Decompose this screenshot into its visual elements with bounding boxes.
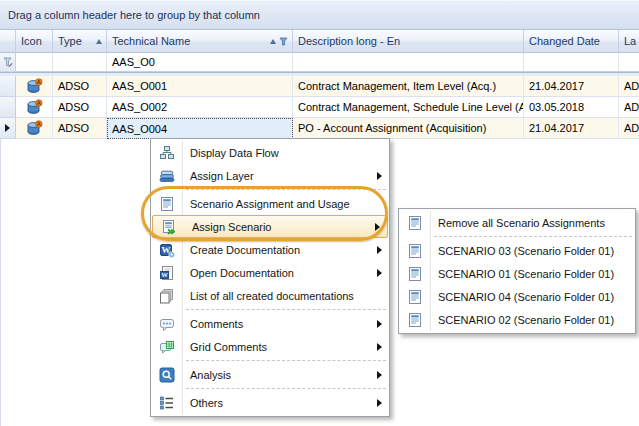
filter-cell-last[interactable] xyxy=(619,53,639,72)
cell-description[interactable]: Contract Management, Item Level (Acq.) xyxy=(293,76,524,97)
menu-item-label: SCENARIO 03 (Scenario Folder 01) xyxy=(438,245,614,257)
cell-text: Contract Management, Schedule Line Level… xyxy=(298,101,524,113)
scenario-document-icon xyxy=(399,312,430,328)
menu-item-label: Analysis xyxy=(190,369,231,381)
submenu-arrow-icon xyxy=(377,320,382,328)
submenu-item-scenario-02[interactable]: SCENARIO 02 (Scenario Folder 01) xyxy=(399,308,635,331)
submenu-arrow-icon xyxy=(377,343,382,351)
menu-item-grid-comments[interactable]: Grid Comments xyxy=(151,335,389,358)
menu-item-create-documentation[interactable]: W Create Documentation xyxy=(151,238,389,261)
filter-cell-changed-date[interactable] xyxy=(524,53,619,72)
menu-item-open-documentation[interactable]: W Open Documentation xyxy=(151,261,389,284)
column-header-description[interactable]: Description long - En xyxy=(293,30,524,53)
menu-item-analysis[interactable]: Analysis xyxy=(151,363,389,386)
column-header-changed-date[interactable]: Changed Date xyxy=(524,30,619,53)
menu-item-assign-layer[interactable]: Assign Layer xyxy=(151,164,389,187)
table-row-focused[interactable]: A ADSO AAS_O004 PO - Account Assignment … xyxy=(0,118,639,139)
cell-technical-name[interactable]: AAS_O002 xyxy=(107,97,293,118)
group-by-panel[interactable]: Drag a column header here to group by th… xyxy=(0,0,639,30)
scenario-document-icon xyxy=(399,289,430,305)
menu-separator xyxy=(434,236,632,237)
filter-cell-technical-name[interactable]: AAS_O0 xyxy=(107,53,293,72)
sort-ascending-icon xyxy=(96,39,102,44)
column-header-row: Icon Type Technical Name Description lon… xyxy=(0,30,639,53)
auto-filter-icon xyxy=(3,57,13,68)
submenu-item-scenario-01[interactable]: SCENARIO 01 (Scenario Folder 01) xyxy=(399,262,635,285)
cell-last[interactable]: AD xyxy=(619,97,639,118)
column-header-label: Icon xyxy=(21,35,42,47)
cell-last[interactable]: AD xyxy=(619,76,639,97)
scenario-document-icon xyxy=(399,215,430,231)
menu-item-label: Remove all Scenario Assignments xyxy=(438,217,605,229)
word-open-icon: W xyxy=(151,265,182,281)
cell-text: ADSO xyxy=(58,80,89,92)
filter-funnel-icon[interactable] xyxy=(279,37,288,46)
cell-last[interactable]: AD xyxy=(619,118,639,139)
cell-text: PO - Account Assignment (Acquisition) xyxy=(298,122,486,134)
cell-type[interactable]: ADSO xyxy=(53,76,107,97)
cell-type[interactable]: ADSO xyxy=(53,118,107,139)
row-icon-cell: A xyxy=(16,118,53,139)
word-create-icon: W xyxy=(151,242,182,258)
menu-item-assign-scenario[interactable]: Assign Scenario xyxy=(152,215,388,238)
menu-item-display-data-flow[interactable]: Display Data Flow xyxy=(151,141,389,164)
comment-icon xyxy=(151,316,182,332)
submenu-arrow-icon xyxy=(375,223,380,231)
menu-item-scenario-assignment-and-usage[interactable]: Scenario Assignment and Usage xyxy=(151,192,389,215)
filter-cell-description[interactable] xyxy=(293,53,524,72)
cell-text: AD xyxy=(624,80,639,92)
cell-text: Contract Management, Item Level (Acq.) xyxy=(298,80,496,92)
table-row[interactable]: A ADSO AAS_O001 Contract Management, Ite… xyxy=(0,76,639,97)
menu-item-label: SCENARIO 02 (Scenario Folder 01) xyxy=(438,314,614,326)
submenu-arrow-icon xyxy=(377,172,382,180)
submenu-item-scenario-04[interactable]: SCENARIO 04 (Scenario Folder 01) xyxy=(399,285,635,308)
filter-cell-icon[interactable] xyxy=(16,53,53,72)
menu-item-label: List of all created documentations xyxy=(190,290,354,302)
column-header-label: Type xyxy=(58,35,82,47)
cell-description[interactable]: PO - Account Assignment (Acquisition) xyxy=(293,118,524,139)
submenu-item-scenario-03[interactable]: SCENARIO 03 (Scenario Folder 01) xyxy=(399,239,635,262)
cell-text: AD xyxy=(624,122,639,134)
submenu-arrow-icon xyxy=(377,399,382,407)
submenu-arrow-icon xyxy=(377,269,382,277)
column-header-label: Technical Name xyxy=(112,35,190,47)
cell-text: AAS_O004 xyxy=(112,123,167,135)
menu-item-comments[interactable]: Comments xyxy=(151,312,389,335)
menu-item-list-of-all-created-documentations[interactable]: List of all created documentations xyxy=(151,284,389,307)
adso-cylinder-icon: A xyxy=(26,78,43,94)
cell-changed-date[interactable]: 03.05.2018 xyxy=(524,97,619,118)
submenu-item-remove-all-scenario-assignments[interactable]: Remove all Scenario Assignments xyxy=(399,211,635,234)
menu-item-others[interactable]: Others xyxy=(151,391,389,414)
menu-item-label: Others xyxy=(190,397,223,409)
row-icon-cell: A xyxy=(16,76,53,97)
cell-type[interactable]: ADSO xyxy=(53,97,107,118)
column-header-technical-name[interactable]: Technical Name xyxy=(107,30,293,53)
cell-technical-name-focused[interactable]: AAS_O004 xyxy=(107,118,293,139)
analysis-icon xyxy=(151,367,182,383)
assign-scenario-icon xyxy=(153,219,184,235)
menu-item-label: Open Documentation xyxy=(190,267,294,279)
menu-item-label: Assign Layer xyxy=(190,170,254,182)
menu-item-label: Assign Scenario xyxy=(192,221,272,233)
cell-text: ADSO xyxy=(58,101,89,113)
column-header-icon[interactable]: Icon xyxy=(16,30,53,53)
filter-cell-type[interactable] xyxy=(53,53,107,72)
column-header-last[interactable]: La xyxy=(619,30,639,53)
menu-item-label: Create Documentation xyxy=(190,244,300,256)
adso-cylinder-icon: A xyxy=(26,99,43,115)
column-header-type[interactable]: Type xyxy=(53,30,107,53)
menu-item-label: Scenario Assignment and Usage xyxy=(190,198,350,210)
assign-scenario-submenu: Remove all Scenario Assignments SCENARIO… xyxy=(398,208,636,334)
cell-technical-name[interactable]: AAS_O001 xyxy=(107,76,293,97)
data-flow-icon xyxy=(151,145,182,161)
scenario-document-icon xyxy=(399,243,430,259)
cell-changed-date[interactable]: 21.04.2017 xyxy=(524,76,619,97)
cell-changed-date[interactable]: 21.04.2017 xyxy=(524,118,619,139)
filter-value: AAS_O0 xyxy=(112,56,155,68)
cell-text: AAS_O001 xyxy=(112,80,167,92)
cell-description[interactable]: Contract Management, Schedule Line Level… xyxy=(293,97,524,118)
scenario-document-icon xyxy=(399,266,430,282)
cell-text: ADSO xyxy=(58,122,89,134)
table-row[interactable]: A ADSO AAS_O002 Contract Management, Sch… xyxy=(0,97,639,118)
menu-separator xyxy=(186,309,386,310)
